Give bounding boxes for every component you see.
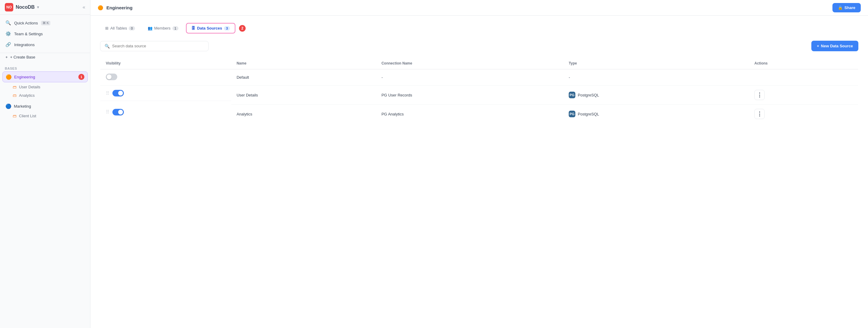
app-dropdown-icon[interactable]: ▾	[37, 5, 39, 9]
search-icon: 🔍	[104, 44, 110, 49]
col-visibility: Visibility	[100, 58, 231, 69]
sidebar-header: NO NocoDB ▾ «	[0, 0, 90, 15]
cell-connection-name: PG User Records	[376, 86, 563, 105]
base-icon-engineering: 🟠	[6, 74, 12, 80]
tab-data-sources[interactable]: 🗄 Data Sources 3	[186, 23, 236, 33]
table-body: Default - - ⠿ User Details PG Us	[100, 69, 858, 124]
cell-type: PG PostgreSQL	[563, 105, 749, 124]
drag-handle-icon[interactable]: ⠿	[106, 90, 111, 96]
tabs-row: ⊞ All Tables 0 👥 Members 1 🗄 Data Source…	[100, 23, 858, 33]
sidebar: NO NocoDB ▾ « 🔍 Quick Actions ⌘ K ⚙️ Tea…	[0, 0, 90, 328]
all-tables-count: 0	[129, 26, 135, 30]
sidebar-nav-label: Quick Actions	[14, 21, 38, 25]
drag-handle-icon[interactable]: ⠿	[106, 109, 111, 115]
integrations-icon: 🔗	[5, 42, 11, 47]
sidebar-item-user-details[interactable]: 🗃 User Details	[10, 83, 88, 91]
postgresql-icon: PG	[569, 92, 575, 98]
topbar-left: 🟠 Engineering	[98, 5, 133, 10]
table-icon: 🗃	[13, 85, 17, 89]
base-name-engineering: Engineering	[14, 75, 35, 79]
sidebar-item-analytics[interactable]: 🗃 Analytics	[10, 91, 88, 99]
base-item-marketing[interactable]: 🔵 Marketing	[2, 101, 88, 111]
create-base-label: + Create Base	[10, 55, 35, 59]
postgresql-type: PG PostgreSQL	[569, 92, 744, 98]
cell-visibility[interactable]: ⠿	[100, 86, 231, 101]
data-sources-table: Visibility Name Connection Name Type Act…	[100, 57, 858, 124]
engineering-sub-items: 🗃 User Details 🗃 Analytics	[2, 83, 88, 99]
col-name: Name	[231, 58, 376, 69]
visibility-toggle-default[interactable]	[106, 73, 117, 80]
table-row: ⠿ Analytics PG Analytics PG PostgreSQL	[100, 105, 858, 124]
table-row: Default - -	[100, 69, 858, 86]
cell-type: -	[563, 69, 749, 86]
search-input[interactable]	[112, 44, 204, 48]
cell-visibility[interactable]	[100, 69, 231, 86]
step2-badge: 2	[239, 25, 246, 32]
app-logo[interactable]: NO NocoDB ▾	[5, 3, 39, 11]
postgresql-icon: PG	[569, 111, 575, 117]
sidebar-item-client-list[interactable]: 🗃 Client List	[10, 112, 88, 120]
col-actions: Actions	[749, 58, 858, 69]
content-area: ⊞ All Tables 0 👥 Members 1 🗄 Data Source…	[90, 16, 868, 328]
cell-connection-name: PG Analytics	[376, 105, 563, 124]
sidebar-nav-label: Team & Settings	[14, 32, 43, 36]
tab-label: All Tables	[110, 26, 127, 30]
cell-actions[interactable]: ⋮	[749, 86, 858, 105]
app-name: NocoDB	[16, 4, 35, 10]
tab-all-tables[interactable]: ⊞ All Tables 0	[100, 23, 140, 33]
project-icon: 🟠	[98, 5, 103, 10]
data-sources-count: 3	[224, 26, 230, 30]
engineering-step-badge: 1	[79, 74, 84, 80]
actions-menu-button[interactable]: ⋮	[754, 90, 765, 100]
postgresql-type: PG PostgreSQL	[569, 111, 744, 117]
cell-type: PG PostgreSQL	[563, 86, 749, 105]
sidebar-item-team-settings[interactable]: ⚙️ Team & Settings	[2, 29, 88, 39]
bases-section-label: Bases	[0, 62, 90, 71]
cell-name: Default	[231, 69, 376, 86]
sub-item-label: Analytics	[19, 93, 35, 98]
base-name-marketing: Marketing	[14, 104, 31, 109]
plus-icon: +	[5, 55, 8, 59]
sub-item-label: User Details	[19, 85, 40, 89]
create-base-button[interactable]: + + Create Base	[2, 53, 88, 61]
search-box[interactable]: 🔍	[100, 41, 209, 51]
cell-visibility[interactable]: ⠿	[100, 105, 231, 120]
project-name: Engineering	[106, 5, 133, 10]
visibility-toggle-analytics[interactable]	[113, 109, 124, 116]
topbar: 🟠 Engineering 🔒 Share	[90, 0, 868, 16]
quick-actions-kbd: ⌘ K	[41, 21, 50, 25]
table-icon: 🗃	[13, 114, 17, 118]
sidebar-nav: 🔍 Quick Actions ⌘ K ⚙️ Team & Settings 🔗…	[0, 15, 90, 53]
base-icon-marketing: 🔵	[5, 103, 11, 109]
logo-badge: NO	[5, 3, 13, 11]
col-type: Type	[563, 58, 749, 69]
main-content: 🟠 Engineering 🔒 Share ⊞ All Tables 0 👥 M…	[90, 0, 868, 328]
members-icon: 👥	[148, 26, 153, 30]
base-item-engineering[interactable]: 🟠 Engineering 1	[2, 71, 88, 82]
search-icon: 🔍	[5, 20, 11, 26]
marketing-sub-items: 🗃 Client List	[2, 112, 88, 120]
type-label: PostgreSQL	[578, 93, 599, 97]
share-button[interactable]: 🔒 Share	[832, 3, 861, 12]
data-sources-icon: 🗄	[191, 26, 195, 30]
new-source-label: New Data Source	[821, 44, 853, 48]
sidebar-item-integrations[interactable]: 🔗 Integrations	[2, 39, 88, 50]
cell-connection-name: -	[376, 69, 563, 86]
tab-members[interactable]: 👥 Members 1	[143, 23, 184, 33]
cell-name: Analytics	[231, 105, 376, 124]
table-header: Visibility Name Connection Name Type Act…	[100, 58, 858, 69]
table-icon: 🗃	[13, 93, 17, 98]
sidebar-item-quick-actions[interactable]: 🔍 Quick Actions ⌘ K	[2, 18, 88, 28]
table-row: ⠿ User Details PG User Records PG Postgr…	[100, 86, 858, 105]
new-data-source-button[interactable]: + New Data Source	[811, 41, 858, 51]
cell-name: User Details	[231, 86, 376, 105]
cell-actions[interactable]: ⋮	[749, 105, 858, 124]
table-icon: ⊞	[105, 26, 108, 30]
tab-label: Data Sources	[197, 26, 222, 30]
collapse-button[interactable]: «	[83, 4, 85, 10]
tab-label: Members	[154, 26, 170, 30]
actions-menu-button[interactable]: ⋮	[754, 109, 765, 119]
sub-item-label: Client List	[19, 114, 36, 118]
share-label: Share	[844, 5, 855, 10]
visibility-toggle-user-details[interactable]	[113, 90, 124, 96]
